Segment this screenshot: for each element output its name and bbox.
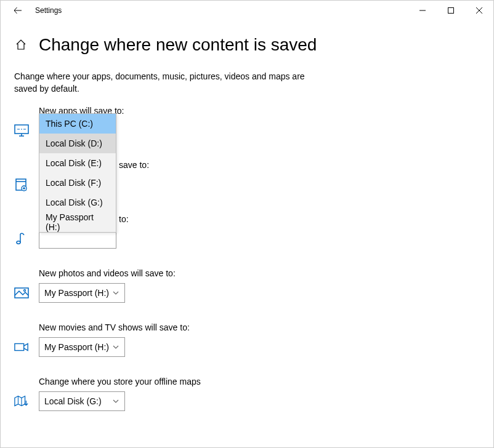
chevron-down-icon	[112, 343, 119, 351]
documents-icon	[14, 177, 29, 192]
music-icon	[14, 231, 29, 246]
maps-dropdown[interactable]: Local Disk (G:)	[39, 391, 125, 411]
svg-point-4	[17, 241, 20, 244]
minimize-icon	[419, 7, 426, 14]
svg-point-6	[24, 290, 26, 292]
svg-rect-7	[15, 344, 24, 351]
photos-dropdown[interactable]: My Passport (H:)	[39, 283, 125, 303]
movies-dropdown-value: My Passport (H:)	[44, 342, 112, 352]
window-controls	[408, 1, 493, 20]
maps-dropdown-value: Local Disk (G:)	[44, 396, 112, 406]
chevron-down-icon	[112, 289, 119, 297]
dropdown-item[interactable]: Local Disk (G:)	[39, 193, 116, 212]
section-photos-label: New photos and videos will save to:	[14, 268, 480, 278]
dropdown-item[interactable]: Local Disk (D:)	[39, 134, 116, 153]
photos-icon	[14, 286, 29, 300]
apps-icon	[14, 123, 29, 138]
page-description: Change where your apps, documents, music…	[1, 61, 321, 95]
home-button[interactable]	[14, 38, 28, 52]
chevron-down-icon	[112, 398, 119, 405]
dropdown-item[interactable]: Local Disk (E:)	[39, 153, 116, 173]
maps-icon	[14, 394, 29, 409]
app-title: Settings	[35, 6, 62, 15]
movies-dropdown[interactable]: My Passport (H:)	[39, 337, 125, 357]
minimize-button[interactable]	[408, 1, 437, 20]
movies-icon	[14, 340, 29, 354]
maximize-button[interactable]	[437, 1, 465, 20]
section-movies: New movies and TV shows will save to: My…	[14, 322, 480, 357]
back-arrow-icon	[13, 6, 23, 15]
close-icon	[476, 7, 482, 14]
maximize-icon	[448, 7, 454, 14]
dropdown-item[interactable]: This PC (C:)	[39, 114, 116, 134]
titlebar: Settings	[1, 1, 493, 20]
dropdown-item[interactable]: My Passport (H:)	[39, 212, 116, 232]
home-icon	[15, 39, 27, 51]
section-maps-label: Change where you store your offline maps	[14, 377, 480, 386]
page-title: Change where new content is saved	[39, 35, 317, 55]
section-maps: Change where you store your offline maps…	[14, 377, 480, 411]
dropdown-item[interactable]: Local Disk (F:)	[39, 173, 116, 193]
heading-row: Change where new content is saved	[1, 20, 493, 61]
sections: New apps will save to: This PC (C:) This…	[1, 95, 493, 411]
section-photos: New photos and videos will save to: My P…	[14, 268, 480, 303]
apps-dropdown-list[interactable]: This PC (C:) Local Disk (D:) Local Disk …	[39, 113, 116, 233]
back-button[interactable]	[6, 1, 30, 20]
close-button[interactable]	[465, 1, 493, 20]
svg-rect-0	[448, 8, 454, 14]
section-movies-label: New movies and TV shows will save to:	[14, 322, 480, 332]
photos-dropdown-value: My Passport (H:)	[44, 288, 112, 298]
